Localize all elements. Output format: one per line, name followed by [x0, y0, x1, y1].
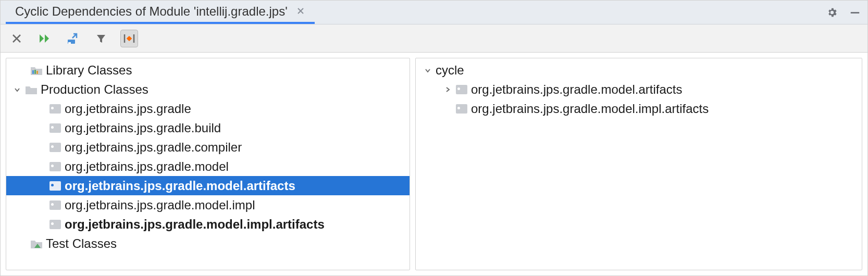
test-folder-icon — [30, 238, 43, 249]
tree-node-package[interactable]: org.jetbrains.jps.gradle.build — [6, 118, 410, 137]
folder-icon — [25, 84, 38, 95]
package-icon — [49, 219, 61, 230]
tree-label: Library Classes — [46, 63, 132, 78]
package-icon — [49, 122, 61, 134]
tree-node-package[interactable]: org.jetbrains.jps.gradle.compiler — [6, 137, 410, 157]
svg-rect-5 — [32, 70, 34, 74]
svg-rect-6 — [34, 70, 36, 74]
tool-window: Cyclic Dependencies of Module 'intellij.… — [0, 0, 868, 276]
tab-bar: Cyclic Dependencies of Module 'intellij.… — [1, 1, 867, 24]
tree-label: org.jetbrains.jps.gradle.model.impl.arti… — [471, 102, 709, 116]
svg-marker-3 — [127, 36, 129, 41]
tree-node-package-selected[interactable]: org.jetbrains.jps.gradle.model.artifacts — [6, 176, 410, 195]
tree-label: org.jetbrains.jps.gradle — [65, 102, 191, 116]
chevron-down-icon[interactable] — [423, 66, 432, 75]
svg-marker-4 — [130, 36, 132, 41]
tree-label: org.jetbrains.jps.gradle.build — [65, 121, 221, 135]
package-icon — [49, 161, 61, 172]
package-icon — [455, 84, 468, 95]
tree-node-cycle[interactable]: cycle — [416, 60, 862, 80]
package-icon — [49, 180, 61, 192]
svg-rect-7 — [36, 71, 38, 74]
close-button[interactable] — [8, 30, 26, 47]
right-tree-pane: cycle org.jetbrains.jps.gradle.model.art… — [415, 58, 862, 270]
tab-title: Cyclic Dependencies of Module 'intellij.… — [15, 4, 288, 19]
tree-node-package[interactable]: org.jetbrains.jps.gradle.model.impl.arti… — [6, 215, 410, 234]
tree-node-package[interactable]: org.jetbrains.jps.gradle.model.impl.arti… — [416, 99, 862, 118]
tree-node-test-classes[interactable]: Test Classes — [6, 234, 410, 253]
close-icon[interactable] — [295, 5, 306, 17]
tree-label: org.jetbrains.jps.gradle.model.artifacts — [471, 82, 683, 97]
tree-label: org.jetbrains.jps.gradle.model.artifacts — [65, 179, 295, 193]
tree-node-package[interactable]: org.jetbrains.jps.gradle.model.artifacts — [416, 80, 862, 99]
left-tree-pane: Library Classes Production Classes org.j… — [6, 58, 410, 270]
tree-node-production-classes[interactable]: Production Classes — [6, 80, 410, 99]
tree-label: cycle — [436, 63, 464, 78]
svg-rect-2 — [68, 42, 71, 44]
content-split: Library Classes Production Classes org.j… — [1, 53, 867, 275]
tree-label: org.jetbrains.jps.gradle.compiler — [65, 140, 242, 155]
highlight-cycles-icon[interactable] — [120, 30, 138, 47]
tree-node-package[interactable]: org.jetbrains.jps.gradle — [6, 99, 410, 118]
tree-node-package[interactable]: org.jetbrains.jps.gradle.model — [6, 157, 410, 176]
tab-bar-actions — [825, 1, 867, 24]
library-folder-icon — [30, 65, 43, 76]
tree-label: org.jetbrains.jps.gradle.model.impl.arti… — [65, 217, 325, 232]
package-icon — [49, 142, 61, 153]
tree-node-package[interactable]: org.jetbrains.jps.gradle.model.impl — [6, 195, 410, 215]
export-icon[interactable] — [64, 30, 82, 47]
chevron-down-icon[interactable] — [13, 85, 22, 94]
chevron-right-icon[interactable] — [443, 85, 452, 94]
tree-label: org.jetbrains.jps.gradle.model — [65, 159, 229, 174]
tree-label: Test Classes — [46, 236, 117, 251]
rerun-icon[interactable] — [36, 30, 54, 47]
package-icon — [455, 103, 468, 115]
tab-cyclic-deps[interactable]: Cyclic Dependencies of Module 'intellij.… — [6, 1, 315, 24]
svg-rect-0 — [851, 12, 860, 14]
package-icon — [49, 103, 61, 115]
toolbar — [1, 24, 867, 53]
package-icon — [49, 199, 61, 211]
tree-label: org.jetbrains.jps.gradle.model.impl — [65, 198, 255, 212]
tree-label: Production Classes — [41, 82, 148, 97]
tree-node-library-classes[interactable]: Library Classes — [6, 60, 410, 80]
filter-icon[interactable] — [92, 30, 110, 47]
minimize-icon[interactable] — [848, 5, 862, 20]
gear-icon[interactable] — [825, 5, 839, 20]
